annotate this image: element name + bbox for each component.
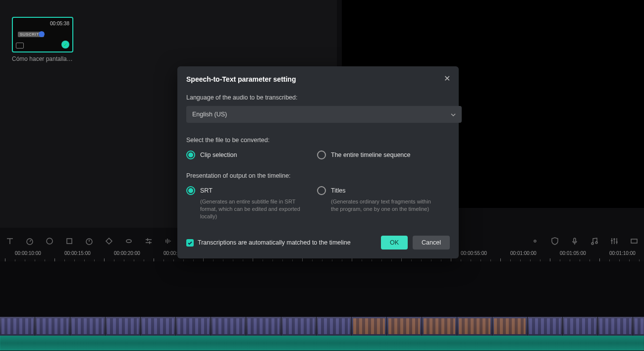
radio-icon <box>186 186 195 195</box>
dialog-title: Speech-to-Text parameter setting <box>186 75 296 83</box>
ok-label: OK <box>390 239 399 246</box>
speech-to-text-dialog: Speech-to-Text parameter setting ✕ Langu… <box>177 66 459 258</box>
ok-button[interactable]: OK <box>381 236 408 250</box>
radio-icon <box>317 150 326 159</box>
chevron-down-icon <box>451 112 456 117</box>
radio-srt[interactable]: SRT <box>186 186 317 195</box>
radio-icon <box>186 150 195 159</box>
radio-label: Clip selection <box>200 151 237 158</box>
auto-match-label: Transcriptions are automatically matched… <box>198 239 376 246</box>
auto-match-checkbox[interactable] <box>186 239 194 247</box>
close-icon[interactable]: ✕ <box>442 73 452 83</box>
modal-overlay: Speech-to-Text parameter setting ✕ Langu… <box>0 0 644 351</box>
radio-icon <box>317 186 326 195</box>
radio-entire-timeline[interactable]: The entire timeline sequence <box>317 150 450 159</box>
language-label: Language of the audio to be transcribed: <box>186 94 450 101</box>
cancel-button[interactable]: Cancel <box>413 236 450 250</box>
radio-clip-selection[interactable]: Clip selection <box>186 150 317 159</box>
srt-description: (Generates an entire subtitle file in SR… <box>200 198 309 220</box>
cancel-label: Cancel <box>422 239 441 246</box>
titles-description: (Generates ordinary text fragments withi… <box>331 198 440 213</box>
language-value: English (US) <box>192 111 227 118</box>
radio-label: SRT <box>200 187 213 194</box>
presentation-label: Presentation of output on the timeline: <box>186 172 450 179</box>
file-select-label: Select the file to be converted: <box>186 137 450 144</box>
radio-label: Titles <box>331 187 345 194</box>
radio-titles[interactable]: Titles <box>317 186 450 195</box>
radio-label: The entire timeline sequence <box>331 151 411 158</box>
language-select[interactable]: English (US) <box>186 106 462 123</box>
